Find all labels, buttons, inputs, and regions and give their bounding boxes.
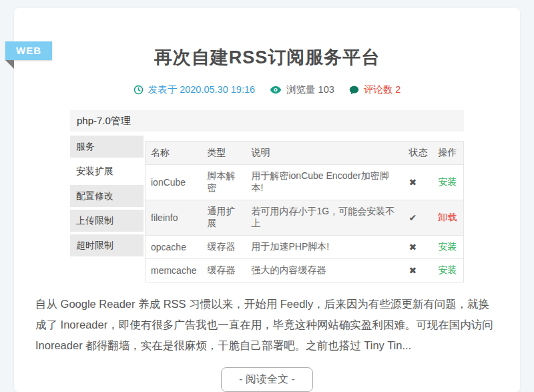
column-header-desc: 说明 (246, 142, 403, 165)
column-header-name: 名称 (146, 142, 202, 165)
panel-title: php-7.0管理 (70, 110, 464, 132)
category-ribbon[interactable]: WEB (5, 41, 52, 60)
column-header-action: 操作 (433, 142, 464, 165)
install-link[interactable]: 安装 (439, 241, 457, 252)
ext-name: memcache (146, 259, 202, 282)
panel-body: 服务 安装扩展 配置修改 上传限制 超时限制 名称 类型 说明 状态 操作 (70, 136, 464, 282)
status-check-icon: ✔ (409, 212, 417, 223)
comment-bubble-icon (349, 85, 359, 95)
post-excerpt: 自从 Google Reader 养成 RSS 习惯以来，开始用 Feedly，… (35, 294, 496, 356)
publish-date: 发表于 2020.05.30 19:16 (148, 83, 255, 96)
table-row-ioncube: ionCube 脚本解密 用于解密ionCube Encoder加密脚本! ✖ … (146, 165, 464, 200)
table-row-opcache: opcache 缓存器 用于加速PHP脚本! ✖ 安装 (146, 236, 464, 259)
category-ribbon-label: WEB (16, 45, 41, 56)
post-meta: 发表于 2020.05.30 19:16 浏览量 103 评论数 2 (14, 83, 520, 96)
table-header-row: 名称 类型 说明 状态 操作 (146, 142, 464, 165)
post-card: WEB 再次自建RSS订阅服务平台 发表于 2020.05.30 19:16 浏… (14, 8, 520, 392)
status-cross-icon: ✖ (409, 242, 417, 252)
sidebar-item-install-extensions[interactable]: 安装扩展 (70, 160, 144, 182)
view-count: 浏览量 103 (286, 83, 334, 96)
table-row-memcache: memcache 缓存器 强大的内容缓存器 ✖ 安装 (146, 259, 464, 282)
ext-type: 缓存器 (202, 259, 246, 282)
comment-count: 评论数 2 (364, 83, 401, 96)
status-cross-icon: ✖ (409, 265, 417, 276)
clock-icon (134, 85, 144, 95)
install-link[interactable]: 安装 (439, 264, 457, 275)
publish-date-item: 发表于 2020.05.30 19:16 (134, 83, 255, 96)
ext-desc: 用于解密ionCube Encoder加密脚本! (246, 165, 403, 200)
eye-icon (270, 85, 282, 94)
sidebar-item-upload-limit[interactable]: 上传限制 (70, 210, 144, 232)
status-cross-icon: ✖ (409, 177, 417, 188)
panel-sidebar: 服务 安装扩展 配置修改 上传限制 超时限制 (70, 136, 144, 282)
sidebar-item-timeout-limit[interactable]: 超时限制 (70, 234, 144, 256)
table-row-fileinfo: fileinfo 通用扩展 若可用内存小于1G，可能会安装不上 ✔ 卸载 (146, 200, 464, 236)
sidebar-item-services[interactable]: 服务 (70, 136, 144, 158)
ext-desc: 用于加速PHP脚本! (246, 236, 403, 259)
ext-name: opcache (146, 236, 202, 259)
uninstall-link[interactable]: 卸载 (439, 212, 457, 222)
column-header-status: 状态 (404, 142, 433, 165)
read-more-container: - 阅读全文 - (14, 367, 520, 392)
read-more-button[interactable]: - 阅读全文 - (221, 367, 313, 392)
install-link[interactable]: 安装 (439, 176, 457, 187)
post-title: 再次自建RSS订阅服务平台 (14, 8, 520, 69)
ext-type: 缓存器 (202, 236, 246, 259)
extensions-table: 名称 类型 说明 状态 操作 ionCube 脚本解密 用于解密ionCube … (145, 141, 464, 282)
ext-name: ionCube (146, 165, 202, 200)
views-item: 浏览量 103 (270, 83, 334, 96)
php-admin-panel: php-7.0管理 服务 安装扩展 配置修改 上传限制 超时限制 名称 类型 说… (70, 110, 464, 282)
ext-type: 通用扩展 (202, 200, 246, 236)
sidebar-item-config-edit[interactable]: 配置修改 (70, 185, 144, 207)
comments-item: 评论数 2 (349, 83, 401, 96)
ext-type: 脚本解密 (202, 165, 246, 200)
ext-desc: 若可用内存小于1G，可能会安装不上 (246, 200, 403, 236)
ribbon-fold-triangle (5, 60, 14, 69)
ext-desc: 强大的内容缓存器 (246, 259, 403, 282)
ext-name: fileinfo (146, 200, 202, 236)
column-header-type: 类型 (202, 142, 246, 165)
